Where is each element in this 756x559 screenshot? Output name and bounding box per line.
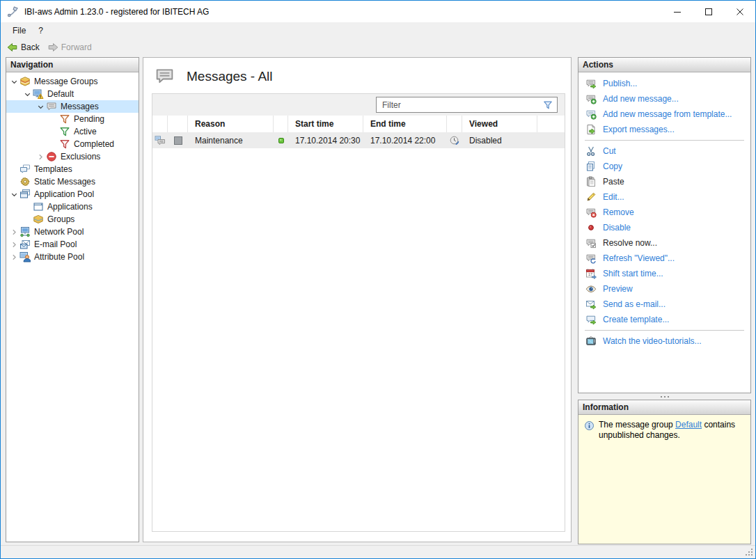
forward-button[interactable]: Forward: [45, 41, 95, 54]
chevron-expanded-icon[interactable]: [9, 189, 19, 200]
nav-item-active[interactable]: Active: [6, 125, 139, 138]
action-add-new-message-from-template[interactable]: Add new message from template...: [578, 107, 750, 122]
action-disable[interactable]: Disable: [578, 220, 750, 235]
menu-file[interactable]: File: [6, 24, 32, 38]
back-label: Back: [21, 42, 40, 52]
funnel-completed-icon: [59, 139, 70, 150]
action-add-new-message[interactable]: Add new message...: [578, 91, 750, 107]
expander-spacer: [49, 139, 59, 150]
action-edit[interactable]: Edit...: [578, 189, 750, 205]
chevron-expanded-icon[interactable]: [36, 102, 46, 112]
chevron-collapsed-icon[interactable]: [9, 252, 19, 262]
column-header-col-viewed-icon[interactable]: [447, 116, 462, 132]
nav-item-label: Templates: [34, 164, 75, 174]
publish-icon: [585, 78, 597, 89]
actions-panel: Actions Publish...Add new message...Add …: [578, 57, 751, 393]
column-header-col-color[interactable]: [168, 116, 188, 132]
nav-item-static-messages[interactable]: Static Messages: [6, 175, 139, 188]
nav-item-default[interactable]: Default: [6, 88, 139, 100]
info-icon: [584, 420, 594, 431]
chevron-collapsed-icon[interactable]: [9, 239, 19, 250]
nav-item-label: Pending: [74, 114, 107, 124]
action-preview[interactable]: Preview: [578, 281, 750, 297]
action-cut[interactable]: Cut: [578, 143, 750, 159]
chevron-collapsed-icon[interactable]: [9, 227, 19, 237]
nav-item-messages[interactable]: Messages: [6, 100, 139, 113]
shift-start-time-icon: 17: [585, 268, 597, 279]
action-watch-the-video-tutorials[interactable]: Watch the video-tutorials...: [578, 333, 750, 349]
app-icon: [7, 6, 19, 17]
nav-item-templates[interactable]: Templates: [6, 163, 139, 175]
chevron-collapsed-icon[interactable]: [36, 152, 46, 162]
action-label: Export messages...: [603, 125, 675, 134]
column-header-start-time[interactable]: Start time: [288, 116, 363, 132]
messages-icon: [46, 101, 57, 112]
action-resolve-now[interactable]: Resolve now...: [578, 235, 750, 251]
panel-splitter-grip[interactable]: [578, 394, 751, 399]
close-button[interactable]: [724, 1, 755, 22]
cell-col-color: [168, 135, 188, 146]
nav-item-exclusions[interactable]: Exclusions: [6, 150, 139, 163]
column-header-reason[interactable]: Reason: [188, 116, 274, 132]
page-title: Messages - All: [187, 69, 273, 84]
cell-col-viewed-icon: [447, 135, 462, 146]
maximize-button[interactable]: [693, 1, 724, 22]
filter-funnel-icon[interactable]: [542, 100, 553, 111]
table-header: ReasonStart timeEnd timeViewed: [152, 116, 565, 132]
nav-item-message-groups[interactable]: Message Groups: [6, 75, 139, 88]
default-group-link[interactable]: Default: [675, 420, 702, 430]
nav-item-network-pool[interactable]: Network Pool: [6, 226, 139, 238]
actions-separator: [585, 140, 744, 141]
create-template-icon: [585, 314, 597, 325]
nav-item-applications[interactable]: Applications: [6, 200, 139, 213]
expander-spacer: [9, 177, 19, 187]
nav-item-pending[interactable]: Pending: [6, 113, 139, 125]
action-create-template[interactable]: Create template...: [578, 312, 750, 327]
cell-col-status: [274, 135, 288, 146]
column-header-col-message-type[interactable]: [152, 116, 168, 132]
back-button[interactable]: Back: [4, 41, 42, 54]
chevron-expanded-icon[interactable]: [9, 77, 19, 87]
column-header-viewed[interactable]: Viewed: [462, 116, 537, 132]
action-refresh-viewed[interactable]: Refresh "Viewed"...: [578, 251, 750, 266]
action-label: Watch the video-tutorials...: [603, 336, 702, 346]
refresh-viewed-icon: [585, 253, 597, 264]
table-row[interactable]: Maintenance17.10.2014 20:3017.10.2014 22…: [152, 132, 565, 148]
action-copy[interactable]: Copy: [578, 159, 750, 174]
messages-icon: [153, 66, 176, 86]
action-export-messages[interactable]: Export messages...: [578, 122, 750, 137]
actions-separator: [585, 330, 744, 331]
nav-item-groups[interactable]: Groups: [6, 213, 139, 226]
expander-spacer: [22, 214, 33, 225]
add-message-template-icon: [585, 109, 597, 120]
action-send-as-e-mail[interactable]: Send as e-mail...: [578, 297, 750, 312]
resize-grip[interactable]: [745, 548, 753, 556]
back-arrow-icon: [7, 42, 18, 53]
message-row-icon: [155, 135, 166, 146]
expander-spacer: [49, 127, 59, 137]
column-header-end-time[interactable]: End time: [363, 116, 447, 132]
nav-item-completed[interactable]: Completed: [6, 138, 139, 150]
expander-spacer: [22, 202, 33, 212]
tool-bar: Back Forward: [1, 39, 755, 55]
filter-input[interactable]: [377, 97, 542, 112]
action-shift-start-time[interactable]: 17Shift start time...: [578, 266, 750, 281]
information-header: Information: [578, 400, 750, 415]
column-header-col-status[interactable]: [274, 116, 288, 132]
email-pool-icon: [19, 239, 31, 250]
menu-help[interactable]: ?: [32, 24, 49, 38]
action-paste[interactable]: Paste: [578, 174, 750, 189]
filter-band: [152, 94, 565, 116]
minimize-button[interactable]: [661, 1, 693, 22]
nav-item-application-pool[interactable]: Application Pool: [6, 188, 139, 200]
resolve-now-icon: [585, 237, 597, 249]
nav-item-attribute-pool[interactable]: Attribute Pool: [6, 251, 139, 263]
expander-spacer: [49, 114, 59, 125]
chevron-expanded-icon[interactable]: [22, 89, 33, 100]
action-remove[interactable]: Remove: [578, 205, 750, 220]
nav-item-e-mail-pool[interactable]: E-mail Pool: [6, 238, 139, 251]
action-publish[interactable]: Publish...: [578, 76, 750, 91]
nav-item-label: Application Pool: [34, 189, 97, 199]
cell-col-message-type: [152, 135, 168, 146]
nav-item-label: E-mail Pool: [34, 239, 79, 249]
